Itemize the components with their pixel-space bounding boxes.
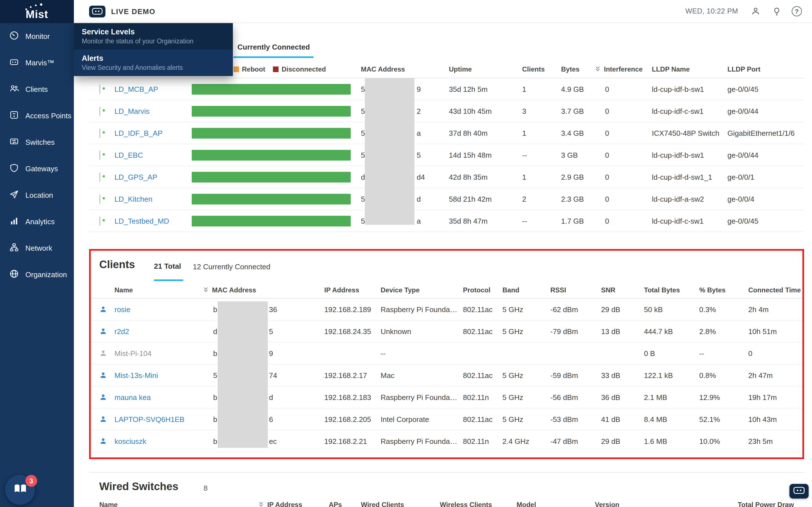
sidebar-item-location[interactable]: Location	[0, 182, 74, 209]
col-mac-address[interactable]: MAC Address	[203, 286, 324, 294]
ap-name-link[interactable]: LD_MCB_AP	[114, 85, 158, 93]
col-name[interactable]: Name	[114, 286, 203, 294]
col-clients[interactable]: Clients	[522, 65, 561, 73]
client-band: 2.4 GHz	[502, 437, 550, 445]
client-pct-bytes: --	[699, 349, 748, 357]
mac-suffix: 9	[417, 85, 421, 93]
client-name-link[interactable]: Mist-Pi-104	[114, 349, 152, 357]
col-ip-address[interactable]: IP Address	[324, 286, 380, 294]
client-protocol: 802.11ac	[463, 327, 502, 335]
col-rssi[interactable]: RSSI	[550, 286, 601, 294]
mac-suffix: 5	[269, 327, 273, 335]
mist-logo[interactable]: Mist	[0, 0, 74, 23]
client-protocol: 802.11n	[463, 393, 502, 401]
ap-interference: 0	[605, 129, 609, 137]
tab-clients-total[interactable]: 21 Total	[154, 262, 181, 270]
menu-item-subtitle: Monitor the status of your Organization	[82, 38, 225, 45]
tab-currently-connected[interactable]: Currently Connected	[238, 43, 310, 51]
col-total-bytes[interactable]: Total Bytes	[644, 286, 699, 294]
help-icon[interactable]: ?	[792, 6, 802, 16]
col-total-power-draw[interactable]: Total Power Draw	[709, 501, 804, 507]
menu-item-service-levels[interactable]: Service Levels Monitor the status of you…	[74, 23, 233, 50]
ap-clients-count: 3	[522, 107, 561, 115]
client-name-link[interactable]: mauna kea	[114, 393, 151, 401]
switches-table-header: Name IP Address APs Wired Clients Wirele…	[89, 501, 804, 507]
col-wired-clients[interactable]: Wired Clients	[361, 501, 440, 507]
col-name[interactable]: Name	[99, 501, 258, 507]
org-switcher[interactable]: LIVE DEMO	[89, 5, 155, 17]
client-protocol: 802.11ac	[463, 305, 502, 314]
col-interference[interactable]: Interference	[595, 65, 652, 73]
client-name-link[interactable]: rosie	[114, 305, 130, 314]
client-total-bytes: 8.4 MB	[644, 415, 699, 424]
col-lldp-name[interactable]: LLDP Name	[652, 65, 727, 73]
lightbulb-icon[interactable]	[771, 6, 782, 17]
user-account-icon[interactable]	[750, 6, 761, 17]
documentation-button[interactable]: 3	[5, 475, 35, 505]
client-rssi: -56 dBm	[550, 393, 601, 401]
ap-uptime: 14d 15h 48m	[449, 151, 522, 159]
ap-name-link[interactable]: LD_Marvis	[114, 107, 149, 115]
client-name-link[interactable]: kosciuszk	[114, 437, 146, 445]
client-pct-bytes: 12.9%	[699, 393, 748, 401]
col-band[interactable]: Band	[502, 286, 550, 294]
reboot-legend-label: Reboot	[242, 65, 265, 73]
ap-uptime: 35d 12h 5m	[449, 85, 522, 93]
col-uptime[interactable]: Uptime	[449, 65, 522, 73]
col-ip-address[interactable]: IP Address	[258, 501, 329, 507]
ap-name-link[interactable]: LD_EBC	[114, 151, 143, 159]
col-model[interactable]: Model	[516, 501, 595, 507]
mist-ai-icon	[89, 5, 105, 17]
ap-status-icon	[99, 216, 100, 226]
tab-clients-currently-connected[interactable]: 12 Currently Connected	[193, 263, 270, 271]
col-wireless-clients[interactable]: Wireless Clients	[440, 501, 516, 507]
ap-name-link[interactable]: LD_IDF_B_AP	[114, 129, 163, 137]
sidebar-item-gateways[interactable]: Gateways	[0, 156, 74, 182]
mac-suffix: 9	[269, 349, 273, 357]
reboot-legend-swatch	[234, 66, 239, 72]
sidebar-item-organization[interactable]: Organization	[0, 262, 74, 288]
chat-launcher-button[interactable]	[790, 484, 809, 499]
col-pct-bytes[interactable]: % Bytes	[699, 286, 748, 294]
client-pct-bytes: 0.3%	[699, 305, 748, 314]
ap-name-link[interactable]: LD_Testbed_MD	[114, 217, 169, 225]
sidebar-item-monitor[interactable]: Monitor	[0, 23, 74, 50]
client-connected-time: 0	[748, 349, 802, 357]
col-connected-time[interactable]: Connected Time	[748, 286, 802, 294]
sidebar-item-switches[interactable]: Switches	[0, 129, 74, 156]
client-table-row: mauna kea bd 192.168.2.183 Raspberry Pi …	[91, 386, 802, 408]
col-lldp-port[interactable]: LLDP Port	[727, 65, 804, 73]
sidebar-item-marvis[interactable]: Marvis™	[0, 50, 74, 76]
mac-suffix: a	[417, 217, 421, 225]
col-version[interactable]: Version	[595, 501, 709, 507]
ap-bytes: 1.7 GB	[561, 217, 595, 225]
sidebar-item-clients[interactable]: Clients	[0, 76, 74, 103]
sidebar-item-network[interactable]: Network	[0, 235, 74, 262]
sidebar-item-analytics[interactable]: Analytics	[0, 209, 74, 235]
col-device-type[interactable]: Device Type	[380, 286, 463, 294]
client-name-link[interactable]: Mist-13s-Mini	[114, 371, 158, 379]
uptime-legend: Reboot Disconnected	[234, 65, 334, 73]
sidebar-item-access-points[interactable]: Access Points	[0, 103, 74, 129]
topbar: LIVE DEMO WED, 10:22 PM ?	[74, 0, 812, 23]
ap-clients-count: 1	[522, 85, 561, 93]
client-pct-bytes: 52.1%	[699, 415, 748, 424]
ap-status-icon	[99, 128, 100, 138]
ap-bytes: 2.9 GB	[561, 173, 595, 181]
col-interference-label: Interference	[604, 65, 643, 73]
client-protocol: 802.11n	[463, 437, 502, 445]
col-bytes[interactable]: Bytes	[561, 65, 595, 73]
col-snr[interactable]: SNR	[601, 286, 644, 294]
mac-suffix: a	[417, 129, 421, 137]
menu-item-alerts[interactable]: Alerts View Security and Anomalies alert…	[74, 50, 233, 76]
ap-name-link[interactable]: LD_GPS_AP	[114, 173, 157, 181]
mist-logo-text: Mist	[0, 8, 74, 21]
client-name-link[interactable]: LAPTOP-SVQ6H1EB	[114, 415, 185, 424]
monitor-dropdown: Service Levels Monitor the status of you…	[74, 23, 233, 76]
ap-name-link[interactable]: LD_Kitchen	[114, 194, 152, 203]
col-protocol[interactable]: Protocol	[463, 286, 502, 294]
col-mac-address[interactable]: MAC Address	[361, 65, 449, 73]
col-aps[interactable]: APs	[329, 501, 361, 507]
client-name-link[interactable]: r2d2	[114, 327, 129, 335]
ap-interference: 0	[605, 107, 609, 115]
